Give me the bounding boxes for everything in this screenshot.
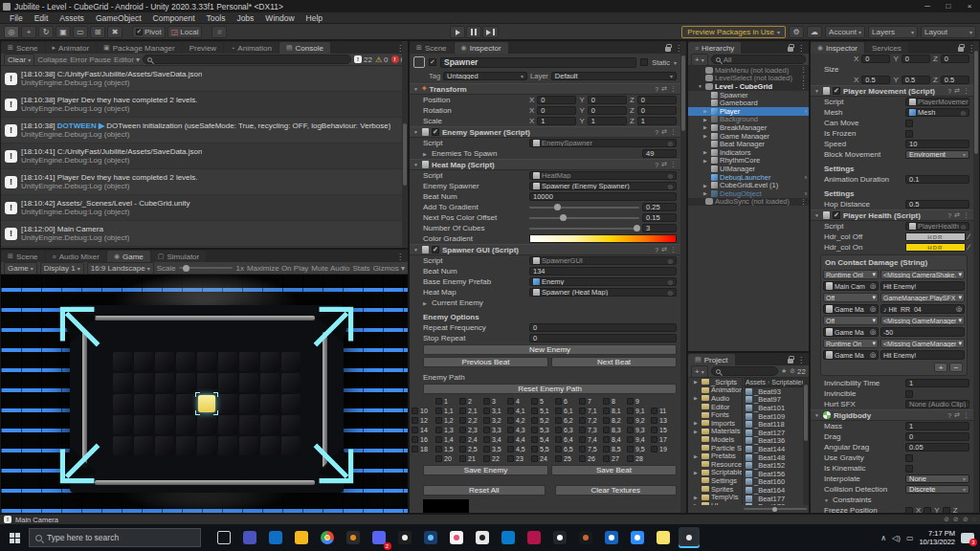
path-cell-checkbox[interactable] [531, 446, 538, 452]
path-cell-checkbox[interactable] [412, 427, 418, 433]
project-file--beat156[interactable]: _Beat156 [744, 470, 809, 478]
path-cell-checkbox[interactable] [651, 436, 657, 443]
tab-project[interactable]: ▤Project [688, 354, 735, 365]
is-frozen-checkbox[interactable] [905, 130, 913, 138]
console-message[interactable]: ![18:10:38] C:/UnityFast/Jubilite/Assets… [1, 66, 402, 92]
settings-gear-button[interactable]: ⚙ [789, 26, 804, 38]
hierarchy-item-debugobject[interactable]: ▶DebugObject› [688, 189, 809, 198]
chevron-up-icon[interactable]: ∧ [880, 534, 886, 542]
position-z-field[interactable]: 0 [637, 96, 677, 104]
path-cell-checkbox[interactable] [507, 446, 514, 452]
project-file--beat144[interactable]: _Beat144 [744, 445, 809, 453]
menu-gameobject[interactable]: GameObject [90, 13, 147, 23]
foldout-icon[interactable]: ▼ [814, 212, 820, 218]
path-cell-checkbox[interactable] [603, 446, 610, 452]
rotation-y-field[interactable]: 0 [588, 106, 627, 115]
interpolate-dropdown[interactable]: None▾ [905, 474, 969, 483]
foldout-icon[interactable]: ▶ [423, 300, 429, 306]
path-cell-checkbox[interactable] [603, 427, 610, 433]
lock-icon[interactable] [788, 359, 793, 364]
scale-slider[interactable] [179, 267, 234, 269]
save-enemy-button[interactable]: Save Enemy [423, 465, 548, 475]
clear-textures-button[interactable]: Clear Textures [555, 485, 678, 496]
zoom-icon[interactable] [627, 527, 648, 548]
object-picker-icon[interactable]: ◎ [668, 172, 673, 179]
hierarchy-item-uimanager[interactable]: UIManager [688, 165, 809, 173]
path-cell-checkbox[interactable] [459, 408, 466, 414]
next-beat-button[interactable]: Next Beat [551, 357, 677, 367]
medibang-icon[interactable] [549, 527, 570, 548]
lock-icon[interactable] [665, 47, 671, 52]
hdr-col-on-color-field[interactable]: HDR [905, 243, 966, 252]
blue-app-icon[interactable] [601, 527, 622, 548]
mass-field[interactable]: 1 [905, 422, 969, 430]
foldout-icon[interactable]: ▶ [703, 117, 709, 122]
row-x-field[interactable]: 0.5 [861, 76, 890, 84]
menu-component[interactable]: Component [147, 13, 201, 23]
scale-y-field[interactable]: 1 [588, 117, 627, 125]
presets-icon[interactable]: ⇄ [661, 246, 667, 253]
path-cell-checkbox[interactable] [507, 417, 514, 424]
next-pos-color-offset-field[interactable]: 0.15 [642, 213, 677, 222]
path-cell-checkbox[interactable] [507, 436, 514, 443]
hierarchy-item-beat-manager[interactable]: Beat Manager [688, 140, 809, 148]
scale-tool-button[interactable]: ▣ [56, 26, 71, 38]
path-cell-checkbox[interactable] [507, 455, 514, 462]
component-enabled-checkbox[interactable]: ✓ [833, 87, 840, 95]
tab-services[interactable]: Services [865, 42, 908, 54]
path-cell-checkbox[interactable] [627, 427, 634, 433]
hierarchy-item-game-manager[interactable]: ▶Game Manager [688, 132, 809, 141]
path-cell-checkbox[interactable] [651, 427, 657, 433]
volume-icon[interactable]: ◁) [892, 534, 901, 542]
beat-num-field[interactable]: 10000 [529, 192, 677, 201]
console-message[interactable]: ![18:10:41] C:/UnityFast/Jubilite/Assets… [1, 143, 402, 169]
project-file--beat127[interactable]: _Beat127 [744, 429, 809, 437]
project-folder-editor[interactable]: Editor [688, 403, 742, 411]
obs-icon[interactable] [394, 527, 415, 548]
add-event-button[interactable]: + [934, 363, 947, 372]
component-enabled-checkbox[interactable]: ✓ [833, 211, 840, 219]
component-header-heat-map-script-[interactable]: ▼Heat Map (Script)?⇄⋮ [410, 159, 680, 170]
console-message[interactable]: ![18:10:42] Assets/_Scenes/Level - CubeG… [1, 195, 402, 221]
project-file--beat152[interactable]: _Beat152 [744, 461, 809, 470]
start-button[interactable] [0, 524, 29, 551]
hierarchy-item-level-cubegrid[interactable]: ▼Level - CubeGrid⋮ [688, 82, 809, 91]
path-cell-checkbox[interactable] [579, 436, 586, 443]
path-cell-checkbox[interactable] [483, 417, 490, 424]
tab-scene[interactable]: ⊞Scene [1, 42, 45, 54]
add-gameobject-button[interactable]: +▾ [691, 54, 708, 66]
path-cell-checkbox[interactable] [483, 436, 490, 443]
task-view-icon[interactable] [213, 527, 234, 548]
base-enemy-prefab-object-field[interactable]: Enemy◎ [529, 277, 677, 286]
foldout-icon[interactable]: ▶ [703, 124, 709, 130]
event-argument-field[interactable]: Hit Enemy! [880, 350, 965, 360]
hierarchy-item-rhythmcore[interactable]: ▶RhythmCore [688, 157, 809, 165]
path-cell-checkbox[interactable] [531, 398, 538, 405]
script-object-field[interactable]: SpawnerGUI◎ [529, 256, 677, 265]
cloud-button[interactable]: ☁ [807, 26, 822, 38]
unity-editor-icon[interactable] [679, 527, 700, 548]
component-header-rigidbody[interactable]: ▼Rigidbody?⇄⋮ [811, 409, 973, 421]
custom-tool-button[interactable]: ✖ [107, 26, 122, 38]
log-count-badge[interactable]: !22 [354, 55, 372, 64]
network-icon[interactable]: ▭ [906, 534, 914, 542]
path-cell-checkbox[interactable] [483, 455, 490, 462]
hierarchy-item-gameboard[interactable]: Gameboard [688, 99, 809, 107]
foldout-icon[interactable]: ▼ [413, 247, 419, 253]
steam-icon[interactable] [420, 527, 441, 548]
local-toggle[interactable]: ◲Local [167, 26, 203, 38]
kebab-menu-icon[interactable]: ⋮ [800, 198, 807, 206]
tab-package-manager[interactable]: ▣Package Manager [97, 42, 182, 54]
tab-inspector[interactable]: ◉Inspector [455, 42, 508, 54]
path-cell-checkbox[interactable] [412, 436, 418, 443]
freeze-y-checkbox[interactable] [924, 507, 931, 514]
foldout-icon[interactable]: ▼ [814, 88, 820, 94]
taskbar-search-input[interactable]: Type here to search [29, 528, 201, 547]
foldout-icon[interactable]: ▼ [413, 129, 419, 135]
tab-game[interactable]: ◉Game [107, 251, 150, 262]
project-folder-fonts[interactable]: Fonts [688, 410, 742, 419]
hierarchy-item-audiosync-not-loaded-[interactable]: AudioSync (not loaded)⋮ [688, 198, 809, 207]
path-cell-checkbox[interactable] [531, 408, 538, 414]
path-cell-checkbox[interactable] [555, 417, 562, 424]
row-x-field[interactable]: 0 [861, 55, 890, 63]
